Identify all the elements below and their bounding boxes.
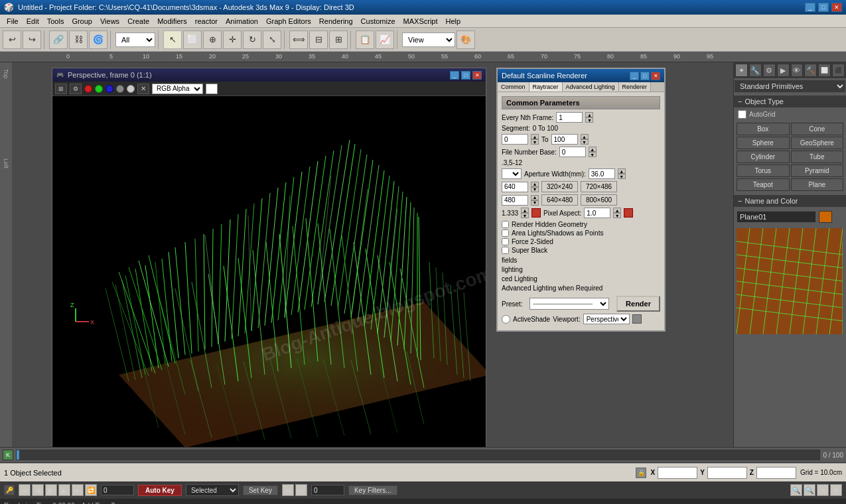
undo-button[interactable]: ↩: [3, 31, 21, 49]
x-coord-input[interactable]: [658, 467, 697, 479]
obj-geosphere-btn[interactable]: GeoSphere: [791, 137, 844, 149]
loop-btn[interactable]: 🔁: [85, 484, 97, 496]
key-icon[interactable]: 🔑: [4, 485, 15, 495]
obj-plane-btn[interactable]: Plane: [791, 178, 844, 191]
timeline-cursor[interactable]: [17, 450, 19, 460]
mono-channel-btn[interactable]: [116, 85, 124, 93]
obj-cone-btn[interactable]: Cone: [791, 123, 844, 135]
curve-editor-button[interactable]: 📈: [376, 31, 394, 49]
unlink-button[interactable]: ⛓: [69, 31, 88, 49]
file-number-input[interactable]: [559, 147, 586, 157]
height-up[interactable]: ▲: [531, 195, 539, 200]
every-nth-up[interactable]: ▲: [585, 112, 593, 117]
y-coord-input[interactable]: [707, 467, 747, 479]
render-button[interactable]: Render: [616, 296, 660, 312]
menu-maxscript[interactable]: MAXScript: [399, 16, 442, 27]
activeshade-radio[interactable]: [502, 315, 510, 324]
pan-btn[interactable]: ✥: [830, 484, 842, 496]
aperture-spinner[interactable]: ▲ ▼: [618, 168, 626, 179]
render-hidden-checkbox[interactable]: [502, 221, 509, 228]
autogrid-checkbox[interactable]: [738, 110, 746, 119]
viewport-close[interactable]: ✕: [472, 71, 482, 80]
timeline-track[interactable]: [16, 450, 820, 460]
height-down[interactable]: ▼: [531, 200, 539, 206]
from-down[interactable]: ▼: [531, 139, 539, 145]
tab-raytracer[interactable]: Raytracer: [529, 82, 563, 92]
width-input[interactable]: [502, 182, 528, 192]
select-region-button[interactable]: ⬜: [183, 31, 202, 49]
display-mode-select[interactable]: RGB Alpha: [152, 84, 203, 94]
super-black-checkbox[interactable]: [502, 247, 509, 254]
panel-tab-hierarchy[interactable]: ⚙: [763, 64, 776, 77]
z-coord-input[interactable]: [756, 467, 796, 479]
res-800x600-btn[interactable]: 800×600: [581, 194, 617, 206]
menu-file[interactable]: File: [3, 16, 23, 27]
scale-button[interactable]: ⤡: [263, 31, 281, 49]
obj-teapot-btn[interactable]: Teapot: [737, 178, 790, 191]
aperture-down[interactable]: ▼: [618, 174, 626, 179]
lock-pixel-aspect-btn[interactable]: [624, 208, 633, 218]
menu-help[interactable]: Help: [442, 16, 465, 27]
object-color-swatch[interactable]: [819, 211, 832, 223]
render-dialog-minimize[interactable]: _: [630, 72, 639, 80]
render-dialog-maximize[interactable]: □: [640, 72, 650, 80]
fit-btn[interactable]: ⊞: [817, 484, 829, 496]
viewport-minimize[interactable]: _: [450, 71, 459, 80]
redo-button[interactable]: ↪: [23, 31, 41, 49]
every-nth-spinner[interactable]: ▲ ▼: [585, 112, 593, 123]
height-input[interactable]: [502, 195, 528, 206]
object-name-input[interactable]: [737, 211, 816, 223]
menu-edit[interactable]: Edit: [23, 16, 43, 27]
frame-input[interactable]: [101, 485, 134, 495]
obj-pyramid-btn[interactable]: Pyramid: [791, 164, 844, 177]
maximize-button[interactable]: □: [818, 3, 829, 12]
move-button[interactable]: ✛: [223, 31, 242, 49]
zoom-out-btn[interactable]: 🔍: [804, 484, 815, 496]
aspect-up[interactable]: ▲: [521, 208, 529, 213]
pixel-aspect-input[interactable]: [584, 208, 610, 218]
res-320x240-btn[interactable]: 320×240: [541, 181, 578, 192]
menu-views[interactable]: Views: [96, 16, 123, 27]
from-input[interactable]: [502, 134, 528, 145]
pixel-aspect-down[interactable]: ▼: [613, 213, 621, 218]
aperture-up[interactable]: ▲: [618, 168, 626, 174]
to-input[interactable]: [551, 134, 578, 145]
bg-display-btn[interactable]: ⊞: [55, 84, 67, 94]
panel-tab-modify[interactable]: 🔧: [749, 64, 762, 77]
viewport-canvas[interactable]: Blog-Antique.blogspot.com X Y Z X: [52, 96, 486, 447]
array-button[interactable]: ⊞: [329, 31, 348, 49]
select-link-button[interactable]: 🔗: [49, 31, 68, 49]
width-down[interactable]: ▼: [531, 187, 539, 192]
width-spinner[interactable]: ▲ ▼: [531, 182, 539, 192]
auto-key-mini-btn[interactable]: K: [3, 450, 13, 460]
panel-tab-extra1[interactable]: ⬜: [818, 64, 831, 77]
select-button[interactable]: ↖: [163, 31, 182, 49]
panel-tab-extra2[interactable]: ⬛: [832, 64, 845, 77]
menu-reactor[interactable]: reactor: [191, 16, 222, 27]
panel-tab-utilities[interactable]: 🔨: [804, 64, 817, 77]
to-spinner[interactable]: ▲ ▼: [581, 134, 589, 145]
aspect-down[interactable]: ▼: [521, 213, 529, 218]
rotate-button[interactable]: ↻: [243, 31, 261, 49]
minimize-button[interactable]: _: [805, 3, 815, 12]
obj-cylinder-btn[interactable]: Cylinder: [737, 151, 790, 163]
green-channel-btn[interactable]: [95, 85, 103, 93]
red-channel-btn[interactable]: [84, 85, 92, 93]
next-key-btn[interactable]: ⏭: [295, 484, 307, 496]
close-channel-btn[interactable]: ✕: [137, 84, 149, 94]
menu-animation[interactable]: Animation: [222, 16, 262, 27]
title-bar-controls[interactable]: _ □ ✕: [805, 3, 842, 12]
obj-sphere-btn[interactable]: Sphere: [737, 137, 790, 149]
pixel-aspect-spinner[interactable]: ▲ ▼: [613, 208, 621, 218]
res-640x480-btn[interactable]: 640×480: [541, 194, 578, 206]
file-number-spinner[interactable]: ▲ ▼: [589, 147, 597, 157]
color-picker-btn[interactable]: [206, 84, 218, 94]
play-btn[interactable]: ▶: [45, 484, 57, 496]
menu-graph-editors[interactable]: Graph Editors: [262, 16, 315, 27]
panel-tab-motion[interactable]: ▶: [777, 64, 790, 77]
next-frame-btn[interactable]: ⏭: [72, 484, 84, 496]
height-spinner[interactable]: ▲ ▼: [531, 195, 539, 206]
panel-tab-display[interactable]: 👁: [791, 64, 804, 77]
preset-select[interactable]: ------------------------------: [529, 298, 609, 310]
aspect-spinner[interactable]: ▲ ▼: [521, 208, 529, 218]
